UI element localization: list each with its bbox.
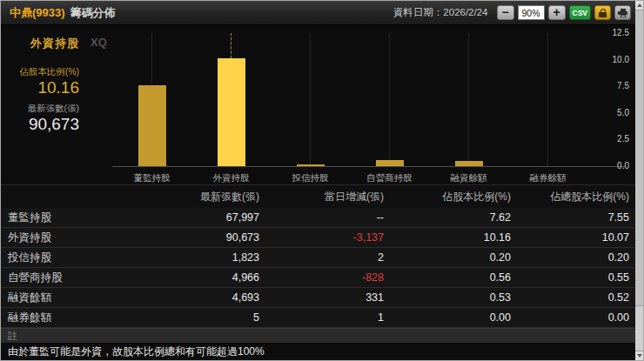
vertical-scrollbar[interactable] [635,1,643,360]
cell-capital-ratio: 0.56 [384,271,511,284]
x-axis-label: 融資餘額 [430,172,508,184]
x-axis-label: 外資持股 [192,172,271,184]
title-bar: 中鼎(9933)籌碼分佈 資料日期：2026/2/24 − + CSV [1,1,643,25]
chart-bar-4[interactable] [376,160,404,166]
x-axis-line [112,166,626,167]
row-label: 融資餘額 [1,291,131,305]
cell-daily-change: -3,137 [259,231,384,244]
scrollbar-thumb[interactable] [635,10,643,306]
row-label: 外資持股 [1,231,131,245]
cell-daily-change: 331 [259,291,384,304]
cell-latest-shares: 4,693 [131,291,259,304]
ratio-label: 佔股本比例(%) [1,66,79,78]
y-axis-tick: 12.5 [596,28,629,37]
cell-capital-ratio: 0.20 [384,251,511,264]
cell-total-capital-ratio: 0.20 [511,251,629,264]
category-gridline [547,33,548,166]
note-header: 註 [1,328,635,343]
lock-icon [599,9,607,17]
xq-watermark: XQ [91,36,107,49]
y-axis-tick: 0.0 [596,161,629,170]
table-row: 董監持股67,997--7.627.55 [1,208,635,228]
row-label: 自營商持股 [1,271,131,285]
cell-daily-change: -828 [259,271,384,284]
triangle-down-icon [637,354,642,358]
x-axis-label: 投信持股 [272,172,350,184]
row-label: 投信持股 [1,251,131,265]
hover-info-panel: 外資持股 佔股本比例(%) 10.16 最新張數(張) 90,673 [1,36,79,134]
zoom-in-button[interactable]: + [548,5,566,20]
cell-total-capital-ratio: 0.55 [511,271,629,284]
holdings-table: 最新張數(張)當日增減(張)佔股本比例(%)佔總股本比例(%) 董監持股67,9… [1,184,635,328]
chart-bar-2[interactable] [218,58,245,166]
shares-value: 90,673 [1,115,79,134]
header-cell: 當日增減(張) [259,190,384,204]
cell-latest-shares: 5 [131,311,259,324]
triangle-up-icon [637,3,642,7]
chart-region: 外資持股 佔股本比例(%) 10.16 最新張數(張) 90,673 XQ 董監… [1,25,643,184]
y-axis: 12.510.07.55.02.50.0 [596,33,629,166]
page-title: 中鼎(9933)籌碼分佈 [10,5,116,21]
cell-daily-change: 1 [259,311,384,324]
y-axis-tick: 5.0 [596,108,629,117]
chart-bar-1[interactable] [138,85,166,166]
lock-button[interactable] [594,5,611,20]
toolbar: 資料日期：2026/2/24 − + CSV [393,5,631,20]
note-text: 由於董監可能是外資，故股本比例總和有可能超過100% [1,343,635,361]
page-title-suffix: 籌碼分佈 [70,6,116,19]
y-axis-tick: 10.0 [596,55,629,64]
cell-latest-shares: 90,673 [131,231,259,244]
x-axis-label: 自營商持股 [351,172,429,184]
cell-total-capital-ratio: 0.52 [511,291,629,304]
category-gridline [310,33,311,166]
scrollbar-up-arrow[interactable] [635,1,643,10]
selection-crosshair-line [231,33,231,58]
cell-latest-shares: 4,966 [131,271,259,284]
ratio-value: 10.16 [1,78,79,97]
scrollbar-down-arrow[interactable] [635,351,643,360]
table-row: 投信持股1,82320.200.20 [1,248,635,268]
table-row: 外資持股90,673-3,13710.1610.07 [1,228,635,248]
table-body: 董監持股67,997--7.627.55外資持股90,673-3,13710.1… [1,208,635,328]
chart-plot: 董監持股外資持股投信持股自營商持股融資餘額融券餘額 [112,33,587,166]
category-gridline [389,33,390,166]
table-row: 融券餘額510.000.00 [1,308,635,328]
cell-latest-shares: 67,997 [131,211,259,224]
header-cell: 最新張數(張) [131,190,259,204]
data-date-label: 資料日期：2026/2/24 [393,6,488,19]
csv-export-button[interactable]: CSV [569,5,591,20]
cell-capital-ratio: 0.53 [384,291,511,304]
header-cell: 佔總股本比例(%) [511,190,629,204]
cell-capital-ratio: 0.00 [384,311,511,324]
cell-total-capital-ratio: 0.00 [511,311,629,324]
table-header-row: 最新張數(張)當日增減(張)佔股本比例(%)佔總股本比例(%) [1,185,635,208]
shares-label: 最新張數(張) [1,103,79,115]
table-row: 融資餘額4,6933310.530.52 [1,288,635,308]
category-gridline [468,33,469,166]
row-label: 董監持股 [1,211,131,225]
cell-total-capital-ratio: 7.55 [511,211,629,224]
x-axis-label: 董監持股 [113,172,191,184]
zoom-out-button[interactable]: − [497,5,514,20]
zoom-level-input[interactable] [518,5,545,20]
cell-latest-shares: 1,823 [131,251,259,264]
cell-daily-change: -- [259,211,384,224]
table-row: 自營商持股4,966-8280.560.55 [1,268,635,288]
chip-distribution-window: 中鼎(9933)籌碼分佈 資料日期：2026/2/24 − + CSV 外資持股… [0,0,644,361]
header-cell: 佔股本比例(%) [384,190,511,204]
stock-symbol: 中鼎(9933) [10,6,65,19]
cell-daily-change: 2 [259,251,384,264]
y-axis-tick: 7.5 [596,81,629,90]
x-axis-label: 融券餘額 [509,172,587,184]
row-label: 融券餘額 [1,311,131,325]
hovered-category-name: 外資持股 [1,36,79,51]
cell-total-capital-ratio: 10.07 [511,231,629,244]
print-button[interactable] [614,5,631,20]
cell-capital-ratio: 10.16 [384,231,511,244]
printer-icon [618,9,627,17]
y-axis-tick: 2.5 [596,134,629,144]
cell-capital-ratio: 7.62 [384,211,511,224]
